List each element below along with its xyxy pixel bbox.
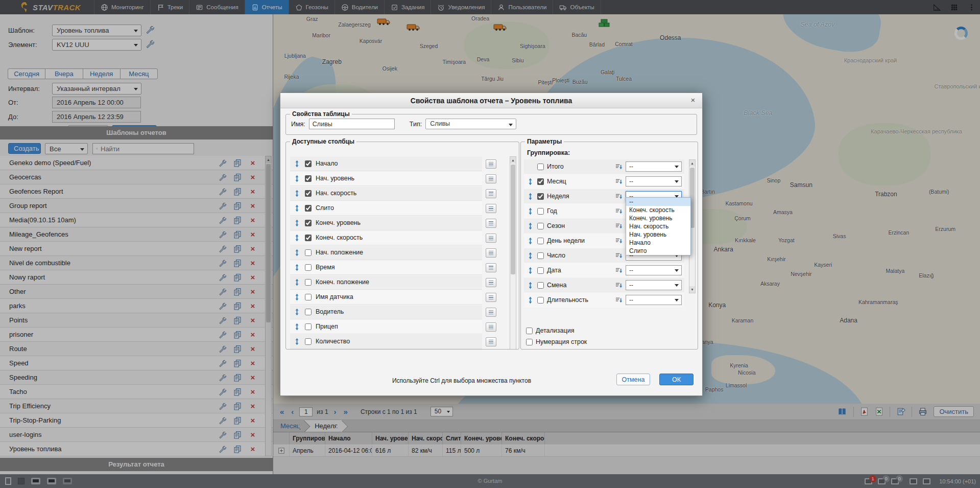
column-checkbox[interactable] (305, 205, 312, 212)
column-checkbox[interactable] (305, 294, 312, 300)
sort-config-icon[interactable] (615, 267, 623, 274)
grouping-select[interactable]: -- (626, 265, 682, 275)
column-rename-button[interactable] (486, 263, 496, 272)
column-row-content[interactable]: Имя датчика (290, 290, 482, 305)
move-updown-icon[interactable] (293, 234, 301, 242)
column-checkbox[interactable] (305, 160, 312, 167)
column-row-content[interactable]: Конеч. положение (290, 275, 482, 290)
grouping-row[interactable]: Смена-- (524, 278, 684, 292)
grouping-row[interactable]: Месяц-- (524, 174, 684, 189)
column-checkbox[interactable] (305, 235, 312, 241)
column-checkbox[interactable] (305, 264, 312, 271)
grouping-checkbox[interactable] (537, 238, 544, 244)
table-type-select[interactable]: Сливы (425, 119, 516, 129)
dropdown-option[interactable]: Слито (626, 247, 690, 255)
sort-config-icon[interactable] (615, 296, 623, 304)
move-updown-icon[interactable] (527, 267, 534, 274)
move-updown-icon[interactable] (293, 160, 301, 168)
column-row-content[interactable]: Водитель (290, 305, 482, 319)
column-checkbox[interactable] (305, 249, 312, 256)
move-updown-icon[interactable] (527, 237, 534, 245)
column-checkbox[interactable] (305, 175, 312, 182)
grouping-checkbox[interactable] (537, 267, 544, 274)
column-rename-button[interactable] (486, 278, 496, 287)
move-updown-icon[interactable] (293, 338, 301, 345)
grouping-checkbox[interactable] (537, 164, 544, 170)
column-rename-button[interactable] (486, 234, 496, 243)
parameter-checkbox[interactable] (526, 339, 533, 345)
column-checkbox[interactable] (305, 338, 312, 345)
dropdown-option[interactable]: Начало (626, 239, 690, 247)
column-row-content[interactable]: Время (290, 261, 482, 275)
parameter-checkbox[interactable] (526, 328, 533, 334)
column-rename-button[interactable] (486, 189, 496, 198)
grouping-row[interactable]: Дата-- (524, 263, 684, 277)
table-name-input[interactable] (309, 119, 395, 129)
scroll-down-icon[interactable]: ▼ (689, 286, 695, 293)
ok-button[interactable]: ОК (659, 374, 694, 385)
move-updown-icon[interactable] (293, 323, 301, 331)
sort-config-icon[interactable] (615, 282, 623, 289)
dropdown-option[interactable]: -- (626, 198, 690, 206)
close-icon[interactable]: × (688, 96, 698, 105)
column-rename-button[interactable] (486, 322, 496, 332)
dropdown-option[interactable]: Нач. скорость (626, 222, 690, 230)
column-rename-button[interactable] (486, 174, 496, 183)
column-rename-button[interactable] (486, 248, 496, 258)
move-updown-icon[interactable] (293, 204, 301, 212)
column-row-content[interactable]: Начало (290, 157, 482, 171)
sort-config-icon[interactable] (615, 237, 623, 245)
sort-config-icon[interactable] (615, 252, 623, 260)
grouping-checkbox[interactable] (537, 178, 544, 185)
grouping-row[interactable]: Длительность-- (524, 293, 684, 307)
move-updown-icon[interactable] (293, 190, 301, 197)
column-row-content[interactable]: Нач. положение (290, 246, 482, 260)
column-rename-button[interactable] (486, 204, 496, 213)
grouping-checkbox[interactable] (537, 252, 544, 259)
sort-config-icon[interactable] (615, 178, 623, 185)
parameter-option[interactable]: Итого (526, 347, 611, 350)
column-checkbox[interactable] (305, 309, 312, 315)
move-updown-icon[interactable] (527, 282, 534, 289)
move-updown-icon[interactable] (293, 249, 301, 257)
scroll-up-icon[interactable]: ▲ (689, 160, 695, 167)
column-checkbox[interactable] (305, 323, 312, 330)
move-updown-icon[interactable] (527, 222, 534, 230)
move-updown-icon[interactable] (293, 264, 301, 271)
move-updown-icon[interactable] (527, 252, 534, 260)
column-rename-button[interactable] (486, 219, 496, 228)
column-checkbox[interactable] (305, 279, 312, 286)
column-row-content[interactable]: Количество (290, 335, 482, 349)
column-rename-button[interactable] (486, 308, 496, 317)
grouping-checkbox[interactable] (537, 282, 544, 289)
column-checkbox[interactable] (305, 220, 312, 226)
dropdown-option[interactable]: Нач. уровень (626, 230, 690, 239)
move-updown-icon[interactable] (527, 296, 534, 304)
scroll-up-icon[interactable]: ▲ (510, 157, 516, 164)
sort-config-icon[interactable] (615, 163, 623, 171)
column-rename-button[interactable] (486, 337, 496, 346)
column-rename-button[interactable] (486, 293, 496, 302)
move-updown-icon[interactable] (293, 219, 301, 227)
scrollbar-thumb[interactable] (511, 165, 515, 274)
move-updown-icon[interactable] (293, 278, 301, 286)
column-row-content[interactable]: Нач. уровень (290, 172, 482, 186)
move-updown-icon[interactable] (527, 178, 534, 185)
move-updown-icon[interactable] (293, 308, 301, 316)
grouping-checkbox[interactable] (537, 223, 544, 229)
move-updown-icon[interactable] (527, 207, 534, 215)
move-updown-icon[interactable] (293, 175, 301, 182)
column-row-content[interactable]: Счетчик (290, 350, 482, 350)
grouping-row[interactable]: Итого-- (524, 159, 684, 174)
sort-config-icon[interactable] (615, 222, 623, 230)
move-updown-icon[interactable] (527, 193, 534, 200)
grouping-checkbox[interactable] (537, 208, 544, 215)
column-row-content[interactable]: Конеч. скорость (290, 231, 482, 245)
dropdown-option[interactable]: Конеч. уровень (626, 214, 690, 222)
grouping-checkbox[interactable] (537, 193, 544, 200)
grouping-select[interactable]: -- (626, 280, 682, 290)
grouping-select[interactable]: -- (626, 295, 682, 305)
move-updown-icon[interactable] (293, 293, 301, 301)
columns-scrollbar[interactable]: ▲ (510, 156, 516, 350)
cancel-button[interactable]: Отмена (616, 374, 650, 385)
